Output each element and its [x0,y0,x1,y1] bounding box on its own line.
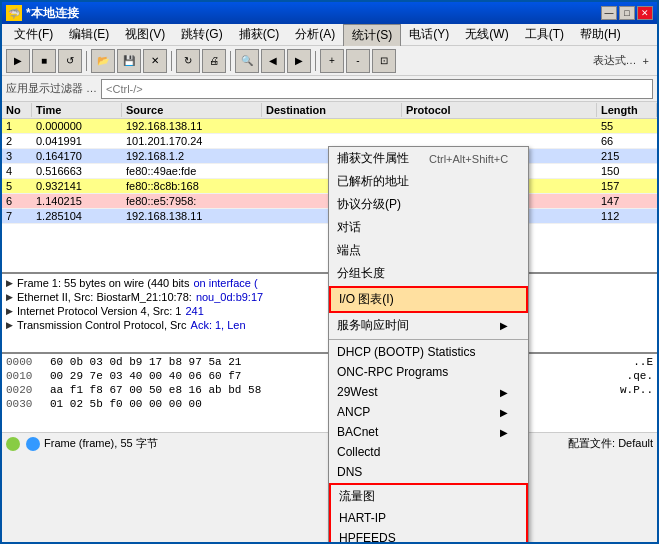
menu-file[interactable]: 文件(F) [6,24,61,45]
detail-ip-suffix: 241 [185,305,203,317]
toolbar-zoom-fit[interactable]: ⊡ [372,49,396,73]
detail-tcp-suffix: Ack: 1, Len [191,319,246,331]
toolbar-reload[interactable]: ↻ [176,49,200,73]
col-dest: Destination [262,103,402,117]
highlighted-section: 流量图 HART-IP HPFEEDS HTTP ▶ HTTP2 [329,483,528,542]
menu-item-label: 对话 [337,219,361,236]
menu-help[interactable]: 帮助(H) [572,24,629,45]
close-button[interactable]: ✕ [637,6,653,20]
expand-arrow-ip: ▶ [6,306,13,316]
main-content: No Time Source Destination Protocol Leng… [2,102,657,542]
menu-view[interactable]: 视图(V) [117,24,173,45]
menu-dhcp[interactable]: DHCP (BOOTP) Statistics [329,342,528,362]
submenu-arrow: ▶ [500,387,508,398]
expand-arrow-frame: ▶ [6,278,13,288]
hex-offset: 0010 [6,370,42,384]
menu-item-label: 已解析的地址 [337,173,409,190]
menu-hart-ip[interactable]: HART-IP [331,508,526,528]
toolbar-open[interactable]: 📂 [91,49,115,73]
col-no: No [2,103,32,117]
detail-frame-suffix: on interface ( [193,277,257,289]
table-row[interactable]: 1 0.000000 192.168.138.11 55 [2,119,657,134]
plus-label[interactable]: + [643,55,649,67]
toolbar-restart[interactable]: ↺ [58,49,82,73]
menu-bar: 文件(F) 编辑(E) 视图(V) 跳转(G) 捕获(C) 分析(A) 统计(S… [2,24,657,46]
toolbar-back[interactable]: ◀ [261,49,285,73]
cell-src: fe80::8c8b:168 [122,179,262,193]
toolbar-close[interactable]: ✕ [143,49,167,73]
menu-item-label: I/O 图表(I) [339,291,394,308]
detail-ethernet-text: Ethernet II, Src: BiostarM_21:10:78: [17,291,192,303]
filter-label: 应用显示过滤器 … [6,81,97,96]
cell-len: 215 [597,149,657,163]
menu-packet-lengths[interactable]: 分组长度 [329,262,528,285]
menu-edit[interactable]: 编辑(E) [61,24,117,45]
toolbar-separator-3 [230,51,231,71]
menu-analyze[interactable]: 分析(A) [287,24,343,45]
cell-no: 7 [2,209,32,223]
main-window: 🦈 *本地连接 — □ ✕ 文件(F) 编辑(E) 视图(V) 跳转(G) 捕获… [0,0,659,544]
window-icon: 🦈 [6,5,22,21]
menu-item-label: ANCP [337,405,370,419]
menu-statistics[interactable]: 统计(S) [343,24,401,46]
toolbar-forward[interactable]: ▶ [287,49,311,73]
minimize-button[interactable]: — [601,6,617,20]
dropdown-separator [329,339,528,340]
cell-len: 112 [597,209,657,223]
menu-flow-graph[interactable]: 流量图 [331,485,526,508]
menu-collectd[interactable]: Collectd [329,442,528,462]
menu-conversations[interactable]: 对话 [329,216,528,239]
menu-service-response[interactable]: 服务响应时间 ▶ [329,314,528,337]
cell-src: fe80::49ae:fde [122,164,262,178]
hex-offset: 0020 [6,384,42,398]
filter-bar: 应用显示过滤器 … [2,76,657,102]
cell-src: 192.168.138.11 [122,209,262,223]
col-proto: Protocol [402,103,597,117]
cell-time: 0.164170 [32,149,122,163]
menu-wireless[interactable]: 无线(W) [457,24,516,45]
expand-arrow-tcp: ▶ [6,320,13,330]
menu-item-label: DHCP (BOOTP) Statistics [337,345,475,359]
menu-goto[interactable]: 跳转(G) [173,24,230,45]
submenu-arrow: ▶ [500,320,508,331]
toolbar-stop[interactable]: ■ [32,49,56,73]
menu-telephony[interactable]: 电话(Y) [401,24,457,45]
menu-item-label: 29West [337,385,377,399]
menu-ancp[interactable]: ANCP ▶ [329,402,528,422]
toolbar-find[interactable]: 🔍 [235,49,259,73]
col-source: Source [122,103,262,117]
cell-src: fe80::e5:7958: [122,194,262,208]
menu-bacnet[interactable]: BACnet ▶ [329,422,528,442]
menu-item-label: 捕获文件属性 [337,150,409,167]
cell-time: 1.285104 [32,209,122,223]
cell-time: 0.516663 [32,164,122,178]
menu-protocol-hierarchy[interactable]: 协议分级(P) [329,193,528,216]
cell-len: 66 [597,134,657,148]
toolbar-print[interactable]: 🖨 [202,49,226,73]
menu-capture[interactable]: 捕获(C) [231,24,288,45]
menu-oncrpc[interactable]: ONC-RPC Programs [329,362,528,382]
menu-item-label: DNS [337,465,362,479]
cell-time: 0.932141 [32,179,122,193]
menu-tools[interactable]: 工具(T) [517,24,572,45]
menu-dns[interactable]: DNS [329,462,528,482]
toolbar-save[interactable]: 💾 [117,49,141,73]
maximize-button[interactable]: □ [619,6,635,20]
menu-capture-properties[interactable]: 捕获文件属性 Ctrl+Alt+Shift+C [329,147,528,170]
filter-input[interactable] [101,79,653,99]
submenu-arrow: ▶ [500,407,508,418]
menu-item-label: 端点 [337,242,361,259]
menu-endpoints[interactable]: 端点 [329,239,528,262]
cell-src: 101.201.170.24 [122,134,262,148]
menu-item-label: Collectd [337,445,380,459]
title-buttons: — □ ✕ [601,6,653,20]
menu-29west[interactable]: 29West ▶ [329,382,528,402]
menu-io-graph[interactable]: I/O 图表(I) [329,286,528,313]
cell-no: 2 [2,134,32,148]
toolbar-zoom-in[interactable]: + [320,49,344,73]
menu-resolved-addresses[interactable]: 已解析的地址 [329,170,528,193]
toolbar-zoom-out[interactable]: - [346,49,370,73]
cell-len: 150 [597,164,657,178]
toolbar-start[interactable]: ▶ [6,49,30,73]
menu-hpfeeds[interactable]: HPFEEDS [331,528,526,542]
